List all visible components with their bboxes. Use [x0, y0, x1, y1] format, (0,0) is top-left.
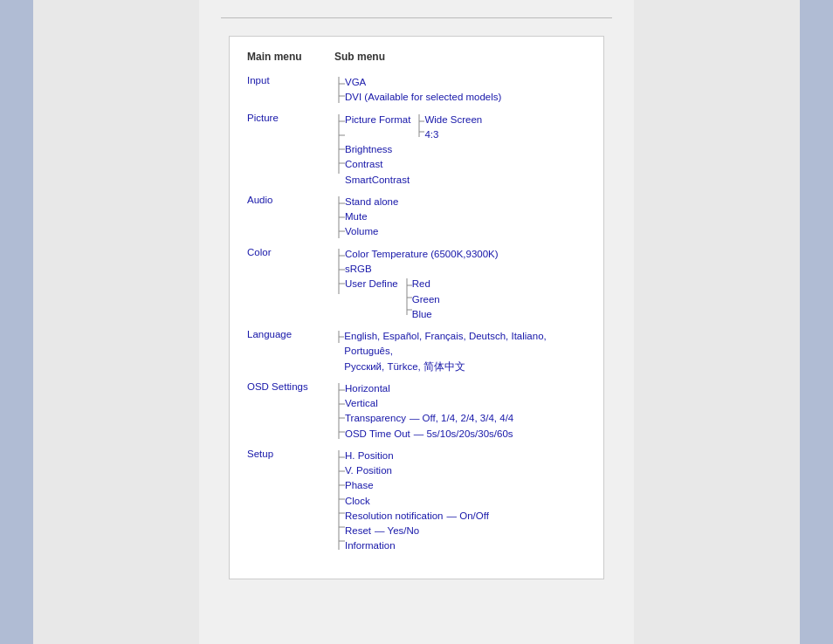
menu-header: Main menu Sub menu: [247, 51, 586, 63]
language-label: Language: [247, 329, 333, 339]
picture-contrast: Contrast: [345, 157, 482, 172]
left-gray-panel: [33, 0, 199, 644]
osd-timeout: OSD Time Out — 5s/10s/20s/30s/60s: [345, 427, 513, 442]
picture-label: Picture: [247, 113, 333, 123]
audio-standalone: Stand alone: [345, 195, 398, 209]
language-list-2: Русский, Türkce, 简体中文: [344, 360, 586, 374]
section-setup: Setup H. Position: [247, 449, 586, 554]
section-input: Input VGA DVI (Available for selected mo…: [247, 75, 586, 106]
input-label: Input: [247, 75, 333, 86]
input-dvi: DVI (Available for selected models): [345, 90, 501, 105]
color-label: Color: [247, 247, 333, 257]
main-menu-header: Main menu: [247, 51, 334, 63]
setup-sub-items: H. Position V. Position Phase Clock Reso…: [345, 449, 489, 554]
setup-clock: Clock: [345, 494, 489, 509]
picture-format: Picture Format Wide Screen 4:3: [345, 113, 482, 143]
audio-bracket: [333, 195, 345, 240]
color-sub-items: Color Temperature (6500K,9300K) sRGB Use…: [345, 247, 499, 322]
section-color: Color Color Temperature (6500K,9300K) sR…: [247, 247, 586, 322]
osd-label: OSD Settings: [247, 381, 333, 392]
picture-sub-items: Picture Format Wide Screen 4:3 Brightnes…: [345, 113, 482, 188]
osd-sub-items: Horizontal Vertical Transparency — Off, …: [345, 381, 513, 442]
right-blue-panel: [800, 0, 833, 644]
input-sub-items: VGA DVI (Available for selected models): [345, 75, 501, 106]
menu-reference-box: Main menu Sub menu Input VGA DVI: [229, 36, 604, 579]
setup-label: Setup: [247, 449, 333, 459]
setup-phase: Phase: [345, 478, 489, 493]
osd-vertical: Vertical: [345, 396, 513, 411]
section-osd: OSD Settings Horizontal Vertical: [247, 381, 586, 442]
setup-reset: Reset — Yes/No: [345, 524, 489, 538]
language-list-1: English, Español, Français, Deutsch, Ita…: [344, 329, 586, 360]
section-picture: Picture Picture Format: [247, 113, 586, 188]
picture-smartcontrast: SmartContrast: [345, 173, 482, 188]
section-language: Language English, Español, Français, Deu…: [247, 329, 586, 374]
audio-sub-items: Stand alone Mute Volume: [345, 195, 398, 240]
color-userdefine: User Define Red Green Blue: [345, 277, 499, 322]
picture-bracket: [333, 113, 345, 175]
osd-horizontal: Horizontal: [345, 381, 513, 396]
picture-brightness: Brightness: [345, 142, 482, 157]
setup-hposition: H. Position: [345, 449, 489, 463]
setup-information: Information: [345, 538, 489, 553]
left-blue-panel: [0, 0, 33, 644]
setup-bracket: [333, 449, 345, 552]
setup-vposition: V. Position: [345, 463, 489, 478]
color-bracket: [333, 247, 345, 296]
setup-resolution: Resolution notification — On/Off: [345, 509, 489, 524]
input-vga: VGA: [345, 75, 501, 90]
audio-mute: Mute: [345, 209, 398, 224]
top-divider: [221, 17, 612, 18]
sub-menu-header: Sub menu: [334, 51, 385, 63]
audio-label: Audio: [247, 195, 333, 205]
osd-bracket: [333, 381, 345, 441]
language-bracket: [333, 329, 344, 345]
osd-transparency: Transparency — Off, 1/4, 2/4, 3/4, 4/4: [345, 411, 513, 426]
color-srgb: sRGB: [345, 262, 499, 277]
section-audio: Audio Stand alone Mute V: [247, 195, 586, 240]
language-sub-items: English, Español, Français, Deutsch, Ita…: [344, 329, 586, 374]
right-gray-panel: [634, 0, 800, 644]
main-content-area: Main menu Sub menu Input VGA DVI: [199, 0, 634, 644]
picture-format-bracket: [414, 113, 424, 139]
color-userdefine-bracket: [402, 277, 412, 317]
audio-volume: Volume: [345, 224, 398, 239]
color-temperature: Color Temperature (6500K,9300K): [345, 247, 499, 262]
input-bracket: [333, 75, 345, 105]
